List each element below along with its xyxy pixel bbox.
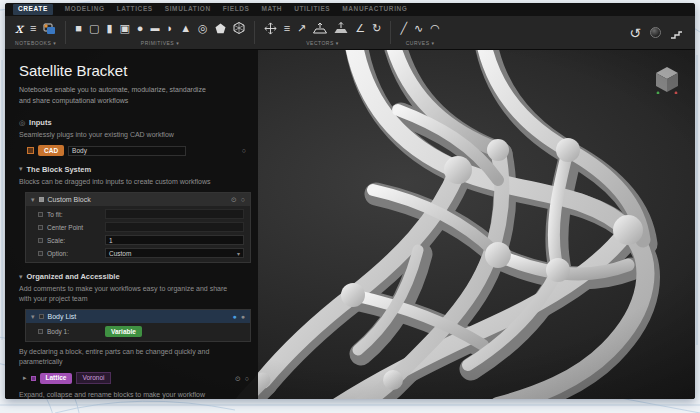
page-title: Satellite Bracket [19,62,246,79]
plane-icon[interactable] [313,22,327,34]
organized-heading[interactable]: ▾ Organized and Accessible [19,272,246,281]
chevron-down-icon: ▾ [237,250,240,257]
notebook-intro: Notebooks enable you to automate, modula… [19,85,219,106]
field-row-option: Option: Custom ▾ [38,248,244,258]
body-list-header[interactable]: ▾ Body List ● ● [26,310,250,323]
cylinder-icon[interactable]: ▮ [106,23,112,34]
lattice-badge: Lattice [40,373,73,384]
block-system-heading[interactable]: ▾ The Block System [19,165,246,174]
angle-icon[interactable]: ∠ [355,23,365,34]
body-1-checkbox[interactable] [38,329,43,334]
circle-icon[interactable]: ○ [245,375,249,382]
cad-checkbox[interactable] [27,147,34,154]
tab-fields[interactable]: FIELDS [223,6,250,13]
loop-rotate-icon[interactable]: ↺ [629,26,641,40]
inputs-icon: ◎ [19,119,25,127]
content-area: Satellite Bracket Notebooks enable you t… [5,50,695,399]
declaring-note: By declaring a block, entire parts can b… [19,347,231,367]
cone-icon[interactable]: ▲ [180,23,191,34]
field-row-to-fit: To fit: [38,209,244,219]
cad-row-circle-icon[interactable]: ○ [242,147,246,154]
caret-right-icon[interactable]: ▸ [23,374,27,382]
toolbar: x ≡ NOTEBOOKS▾ ■ ▢ ▮ ▣ ● ▬ ◗ [5,16,695,50]
body-1-row: Body 1: Variable [38,326,244,337]
cad-badge: CAD [38,145,64,156]
steps-icon[interactable] [670,27,683,39]
cube-icon[interactable]: ■ [75,23,82,34]
tab-manufacturing[interactable]: MANUFACTURING [342,6,407,13]
move-icon[interactable] [264,22,277,35]
view-cube[interactable] [655,66,679,94]
sphere-icon[interactable]: ● [137,23,144,34]
expand-footer: Expand, collapse and rename blocks to ma… [19,390,231,399]
rotate-icon[interactable]: ↻ [372,23,381,34]
tab-modeling[interactable]: MODELING [65,6,105,13]
body-list-checkbox[interactable] [39,314,44,319]
variable-icon[interactable]: x [15,21,23,35]
plane-up-icon[interactable] [334,22,348,34]
target-icon[interactable]: ⊙ [231,196,237,203]
custom-block-checkbox[interactable] [39,197,44,202]
cad-input-row: CAD Body ○ [27,145,246,156]
polyhedron-icon[interactable] [233,22,245,34]
scale-field[interactable]: 1 [105,235,244,245]
target-icon[interactable]: ⊙ [235,375,241,382]
vectors-group-label[interactable]: VECTORS▾ [264,41,382,46]
vector-list-icon[interactable]: ≡ [284,23,290,34]
toolbar-group-curves: ╱ ∿ ◠ CURVES▾ [398,16,441,49]
field-row-center-point: Center Point [38,222,244,232]
center-point-label: Center Point [47,224,101,231]
to-fit-field[interactable] [105,209,244,219]
lattice-block-row[interactable]: ▸ Lattice Voronoi ⊙ ○ [23,372,249,384]
dot-icon[interactable]: ● [241,313,245,320]
toolbar-group-vectors: ≡ ↗ ∠ ↻ VECTORS▾ [262,16,384,49]
custom-block-body: To fit: Center Point Scale: 1 [26,206,250,262]
body-list-block: ▾ Body List ● ● Body 1: Variable [25,309,251,342]
lattice-checkbox[interactable] [31,376,36,381]
toolbar-group-notebooks: x ≡ NOTEBOOKS▾ [13,16,58,49]
tab-create[interactable]: CREATE [13,4,53,15]
cad-body-field[interactable]: Body [68,146,186,156]
circle-icon[interactable]: ○ [241,196,245,203]
tab-math[interactable]: MATH [261,6,282,13]
center-point-checkbox[interactable] [38,225,43,230]
to-fit-checkbox[interactable] [38,212,43,217]
tab-simulation[interactable]: SIMULATION [165,6,211,13]
vector-arrow-icon[interactable]: ↗ [297,23,306,34]
notebooks-icon[interactable] [43,22,56,35]
box-icon[interactable]: ▣ [119,23,129,34]
caret-down-icon[interactable]: ▾ [31,313,35,321]
curves-group-label[interactable]: CURVES▾ [400,41,439,46]
primitives-group-label[interactable]: PRIMITIVES▾ [75,41,244,46]
comment-dot-icon[interactable]: ● [233,313,237,320]
capsule-icon[interactable]: ▬ [151,24,160,33]
option-dropdown[interactable]: Custom ▾ [105,248,244,258]
variable-badge[interactable]: Variable [105,326,142,337]
half-sphere-icon[interactable]: ◗ [167,23,174,34]
list-icon[interactable]: ≡ [30,23,36,34]
render-sphere-icon[interactable] [650,27,661,38]
caret-down-icon[interactable]: ▾ [31,196,35,204]
custom-block-header[interactable]: ▾ Custom Block ⊙ ○ [26,193,250,206]
menubar: CREATE MODELING LATTICES SIMULATION FIEL… [5,3,695,16]
rounded-cube-icon[interactable]: ▢ [89,23,99,34]
notebook-panel: Satellite Bracket Notebooks enable you t… [5,50,258,399]
caret-down-icon: ▾ [19,273,23,281]
voronoi-value[interactable]: Voronoi [76,372,110,384]
body-list-body: Body 1: Variable [26,323,250,341]
spline-icon[interactable]: ∿ [414,23,423,34]
caret-down-icon: ▾ [19,165,23,173]
scale-checkbox[interactable] [38,238,43,243]
torus-icon[interactable]: ◎ [198,23,208,34]
notebooks-group-label[interactable]: NOTEBOOKS▾ [15,41,56,46]
toolbar-separator [390,21,391,44]
pentagon-icon[interactable] [215,23,226,34]
center-point-field[interactable] [105,222,244,232]
toolbar-group-primitives: ■ ▢ ▮ ▣ ● ▬ ◗ ▲ ◎ PRIMITIVES▾ [73,16,246,49]
option-checkbox[interactable] [38,251,43,256]
tab-lattices[interactable]: LATTICES [117,6,153,13]
arc-icon[interactable]: ◠ [430,23,440,34]
tab-utilities[interactable]: UTILITIES [294,6,330,13]
line-icon[interactable]: ╱ [400,23,407,34]
scale-label: Scale: [47,237,101,244]
